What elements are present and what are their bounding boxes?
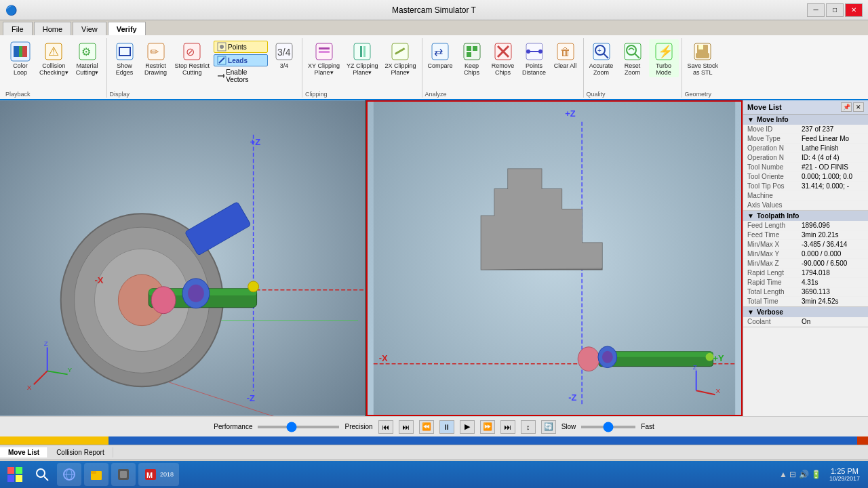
panel-pin-button[interactable]: 📌 bbox=[841, 102, 852, 112]
speed-slider[interactable] bbox=[581, 426, 635, 428]
svg-rect-112 bbox=[91, 471, 96, 474]
maximize-button[interactable]: □ bbox=[826, 3, 844, 17]
accurate-zoom-icon: + bbox=[591, 41, 612, 62]
play-pause-button[interactable]: ⏸ bbox=[439, 420, 454, 434]
start-button[interactable] bbox=[3, 463, 27, 486]
compare-button[interactable]: ⇄ Compare bbox=[425, 39, 456, 70]
svg-rect-1 bbox=[14, 46, 19, 57]
skip-end-button[interactable]: ⏭ bbox=[500, 420, 515, 434]
svg-rect-57 bbox=[696, 53, 709, 58]
move-type-value: Feed Linear Mo bbox=[802, 135, 849, 142]
feed-length-row: Feed Length 1896.096 bbox=[743, 221, 868, 230]
material-cutting-icon: ⚙ bbox=[77, 41, 98, 62]
remove-chips-icon bbox=[492, 41, 514, 62]
tab-collision-report[interactable]: Collision Report bbox=[48, 447, 113, 458]
yz-clipping-button[interactable]: YZ ClippingPlane▾ bbox=[344, 39, 381, 77]
tool-number-label: Tool Numbe bbox=[747, 163, 802, 171]
geometry-group-label: Geometry bbox=[685, 89, 722, 98]
color-loop-button[interactable]: ColorLoop bbox=[5, 39, 35, 77]
total-time-row: Total Time 3min 24.52s bbox=[743, 297, 868, 306]
skip-start-button[interactable]: ⏮ bbox=[378, 420, 393, 434]
svg-point-72 bbox=[188, 285, 204, 302]
clock-date: 10/29/2017 bbox=[829, 475, 860, 482]
tool-number-value: #21 - OD FINIS bbox=[802, 163, 848, 171]
save-stock-button[interactable]: Save Stockas STL bbox=[685, 39, 722, 77]
enable-vectors-button[interactable]: Enable Vectors bbox=[214, 68, 268, 84]
taskbar-app3[interactable] bbox=[111, 463, 136, 486]
step-one-button[interactable]: ↕ bbox=[521, 420, 536, 434]
performance-label: Performance bbox=[214, 423, 252, 430]
svg-rect-32 bbox=[464, 43, 480, 60]
remove-chips-button[interactable]: RemoveChips bbox=[488, 39, 518, 77]
panel-header: Move List 📌 ✕ bbox=[743, 100, 868, 115]
tab-file[interactable]: File bbox=[3, 22, 33, 35]
play-forward-button[interactable]: ▶ bbox=[460, 420, 475, 434]
taskbar-explorer[interactable] bbox=[84, 463, 108, 486]
zx-clipping-button[interactable]: 2X ClippingPlane▾ bbox=[382, 39, 418, 77]
reset-zoom-icon bbox=[622, 41, 644, 62]
clear-all-button[interactable]: 🗑 Clear All bbox=[551, 39, 580, 70]
material-cutting-button[interactable]: ⚙ MaterialCutting▾ bbox=[73, 39, 102, 77]
xy-clipping-button[interactable]: XY ClippingPlane▾ bbox=[305, 39, 342, 77]
collision-checking-label: CollisionChecking▾ bbox=[39, 62, 68, 76]
verbose-collapse-icon: ▼ bbox=[747, 308, 754, 316]
minmax-x-row: Min/Max X -3.485 / 36.414 bbox=[743, 240, 868, 249]
panel-controls: 📌 ✕ bbox=[841, 102, 864, 112]
minmax-z-row: Min/Max Z -90.000 / 6.500 bbox=[743, 259, 868, 268]
compare-icon: ⇄ bbox=[429, 41, 451, 62]
xy-clipping-icon bbox=[313, 41, 335, 62]
svg-text:⇄: ⇄ bbox=[434, 46, 443, 58]
window-title: Mastercam Simulator T bbox=[392, 5, 476, 15]
viewport-left[interactable]: +Z -X -Z Z Y X bbox=[0, 100, 366, 416]
panel-close-button[interactable]: ✕ bbox=[853, 102, 864, 112]
close-button[interactable]: ✕ bbox=[845, 3, 863, 17]
verbose-header[interactable]: ▼ Verbose bbox=[743, 307, 868, 317]
collision-checking-button[interactable]: ⚠ CollisionChecking▾ bbox=[37, 39, 71, 77]
svg-text:⚙: ⚙ bbox=[81, 46, 91, 58]
show-edges-button[interactable]: ShowEdges bbox=[110, 39, 140, 77]
move-info-header[interactable]: ▼ Move Info bbox=[743, 115, 868, 125]
move-type-row: Move Type Feed Linear Mo bbox=[743, 134, 868, 144]
tab-verify[interactable]: Verify bbox=[108, 22, 146, 35]
rewind-button[interactable]: ⏪ bbox=[419, 420, 434, 434]
fast-forward-button[interactable]: ⏩ bbox=[480, 420, 495, 434]
viewport-right[interactable]: +Z -Z +Y -X Z X bbox=[366, 100, 743, 416]
operation-n2-label: Operation N bbox=[747, 154, 802, 161]
tab-view[interactable]: View bbox=[73, 22, 106, 35]
step-back-button[interactable]: ⏭ bbox=[399, 420, 414, 434]
performance-slider[interactable] bbox=[258, 426, 339, 428]
minimize-button[interactable]: ─ bbox=[807, 3, 825, 17]
show-edges-icon bbox=[114, 41, 136, 62]
search-button[interactable] bbox=[30, 463, 54, 486]
reset-zoom-button[interactable]: ResetZoom bbox=[618, 39, 648, 77]
feed-time-label: Feed Time bbox=[747, 231, 802, 239]
points-distance-button[interactable]: PointsDistance bbox=[519, 39, 549, 77]
tab-home[interactable]: Home bbox=[34, 22, 71, 35]
minmax-y-label: Min/Max Y bbox=[747, 250, 802, 258]
tab-move-list[interactable]: Move List bbox=[0, 447, 48, 458]
svg-rect-26 bbox=[360, 46, 362, 57]
bottom-tab-bar: Move List Collision Report bbox=[0, 445, 868, 460]
restrict-drawing-button[interactable]: ✏ RestrictDrawing bbox=[141, 39, 171, 77]
zx-clipping-icon bbox=[389, 41, 411, 62]
taskbar-ie[interactable] bbox=[57, 463, 81, 486]
keep-chips-button[interactable]: KeepChips bbox=[457, 39, 487, 77]
move-info-section: ▼ Move Info Move ID 237 of 237 Move Type… bbox=[743, 115, 868, 211]
loop-button[interactable]: 🔄 bbox=[541, 420, 556, 434]
leads-button[interactable]: Leads bbox=[214, 54, 268, 66]
save-stock-label: Save Stockas STL bbox=[688, 62, 719, 76]
stop-restrict-button[interactable]: ⊘ Stop RestrictCutting bbox=[172, 39, 213, 77]
coolant-row: Coolant On bbox=[743, 317, 868, 327]
svg-text:+Z: +Z bbox=[565, 108, 576, 119]
accurate-zoom-button[interactable]: + AccurateZoom bbox=[587, 39, 616, 77]
move-id-value: 237 of 237 bbox=[802, 125, 833, 133]
turbo-mode-button[interactable]: ⚡ TurboMode bbox=[649, 39, 679, 77]
keep-chips-label: KeepChips bbox=[464, 62, 479, 76]
svg-text:+: + bbox=[597, 47, 601, 54]
panel-title: Move List bbox=[747, 103, 782, 111]
taskbar-mastercam[interactable]: M 2018 bbox=[138, 463, 179, 486]
toolpath-info-header[interactable]: ▼ Toolpath Info bbox=[743, 211, 868, 221]
34-button[interactable]: 3/4 3/4 bbox=[269, 39, 299, 70]
points-button[interactable]: Points bbox=[214, 41, 268, 53]
viewport-left-art: +Z -X -Z Z Y X bbox=[0, 100, 365, 416]
